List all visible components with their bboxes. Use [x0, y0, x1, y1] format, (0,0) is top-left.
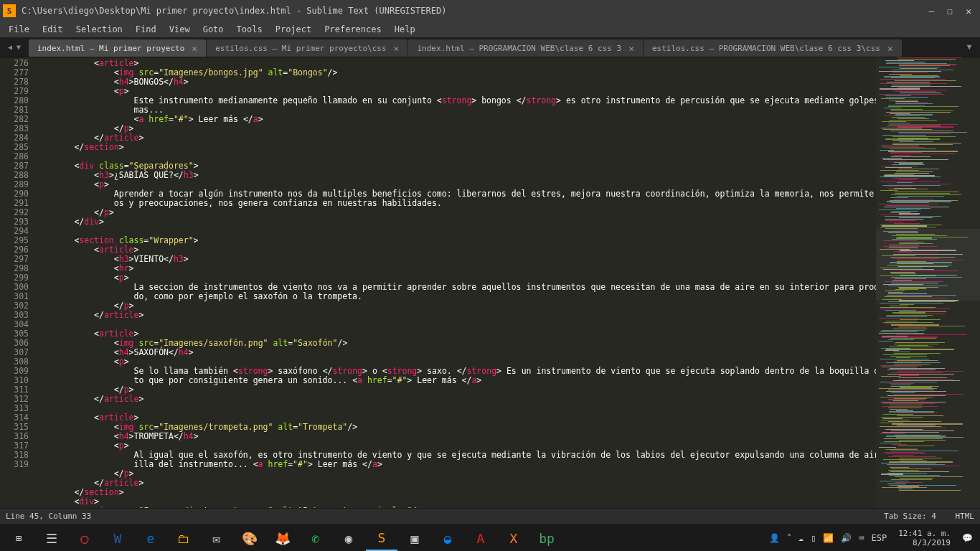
code-line — [34, 320, 876, 329]
task-view-icon[interactable]: ☰ — [36, 525, 67, 551]
menu-item-view[interactable]: View — [164, 23, 196, 36]
adobe-reader-icon[interactable]: A — [465, 525, 496, 551]
taskbar-clock[interactable]: 12:41 a. m. 8/3/2019 — [894, 529, 955, 547]
code-line: </article> — [34, 311, 876, 320]
code-line: </article> — [34, 395, 876, 404]
word-icon[interactable]: W — [102, 525, 133, 551]
onedrive-icon[interactable]: ☁ — [798, 533, 804, 543]
language-indicator[interactable]: ESP — [871, 533, 887, 543]
tab-label: estilos.css — PROGRAMACION WEB\clase 6 c… — [652, 44, 880, 53]
tray-expand-icon[interactable]: ˄ — [787, 533, 791, 543]
app-logo-icon: S — [3, 4, 16, 17]
code-line: </section> — [34, 143, 876, 152]
code-line: do, como por ejemplo el saxofón o la tro… — [34, 292, 876, 301]
battery-icon[interactable]: ▯ — [811, 533, 816, 543]
tab-close-icon[interactable]: × — [628, 43, 634, 54]
menu-item-file[interactable]: File — [3, 23, 35, 36]
window-titlebar: S C:\Users\diego\Desktop\Mi primer proye… — [0, 0, 980, 22]
code-line: </p> — [34, 208, 876, 217]
code-line: </section> — [34, 488, 876, 497]
whatsapp-icon[interactable]: ✆ — [300, 525, 331, 551]
tab-bar: ◀ ▼ index.html — Mi primer proyecto×esti… — [0, 37, 980, 57]
code-line: </p> — [34, 301, 876, 311]
sublime-text-icon[interactable]: S — [366, 525, 397, 551]
opera-icon[interactable]: ◯ — [69, 525, 100, 551]
code-line: <h4>TROMPETA</h4> — [34, 432, 876, 441]
maximize-button[interactable]: ☐ — [947, 6, 953, 17]
tab-close-icon[interactable]: × — [192, 43, 197, 54]
system-tray[interactable]: 👤 ˄ ☁ ▯ 📶 🔊 ⌨ ESP 12:41 a. m. 8/3/2019 💬 — [769, 529, 977, 547]
minimap[interactable] — [876, 57, 980, 508]
file-tab[interactable]: estilos.css — Mi primer proyecto\css× — [207, 39, 407, 57]
code-line — [34, 404, 876, 413]
file-tab[interactable]: index.html — Mi primer proyecto× — [29, 39, 206, 57]
volume-icon[interactable]: 🔊 — [841, 533, 852, 543]
code-line: <h4>BONGOS</h4> — [34, 77, 876, 87]
app-icon-2[interactable]: bp — [531, 525, 562, 551]
menu-item-help[interactable]: Help — [389, 23, 421, 36]
code-line: </article> — [34, 133, 876, 143]
menu-item-preferences[interactable]: Preferences — [319, 23, 387, 36]
code-line: <h3>VIENTO</h3> — [34, 255, 876, 264]
messenger-icon[interactable]: ◒ — [432, 525, 463, 551]
tab-close-icon[interactable]: × — [887, 43, 893, 54]
tab-history-dropdown[interactable]: ◀ ▼ — [0, 37, 29, 57]
people-icon[interactable]: 👤 — [769, 533, 780, 543]
file-tab[interactable]: estilos.css — PROGRAMACION WEB\clase 6 c… — [644, 39, 902, 57]
wifi-icon[interactable]: 📶 — [823, 533, 834, 543]
tab-overflow-menu[interactable]: ▼ — [958, 37, 980, 57]
code-line: <a href="#"> Leer más </a> — [34, 115, 876, 124]
mail-icon[interactable]: ✉ — [201, 525, 232, 551]
code-line: to que por consiguiente genera un sonido… — [34, 376, 876, 385]
firefox-icon[interactable]: 🦊 — [267, 525, 298, 551]
window-title: C:\Users\diego\Desktop\Mi primer proyect… — [22, 6, 923, 16]
tab-label: index.html — Mi primer proyecto — [37, 44, 184, 53]
menu-item-selection[interactable]: Selection — [70, 23, 128, 36]
code-line: <h4>SAXOFÓN</h4> — [34, 348, 876, 357]
code-line: </p> — [34, 124, 876, 133]
code-line: <h3>¿SABÍAS QUÉ?</h3> — [34, 171, 876, 180]
chrome-icon[interactable]: ◉ — [333, 525, 364, 551]
code-line: <img src="Imagenes/instrumentos.png" alt… — [34, 507, 876, 508]
menu-item-tools[interactable]: Tools — [231, 23, 268, 36]
tab-label: index.html — PROGRAMACION WEB\clase 6 cs… — [417, 44, 621, 53]
menu-item-find[interactable]: Find — [130, 23, 162, 36]
file-explorer-icon[interactable]: 🗀 — [168, 525, 199, 551]
tab-close-icon[interactable]: × — [394, 43, 400, 54]
status-syntax[interactable]: HTML — [956, 512, 975, 521]
minimize-button[interactable]: — — [929, 6, 935, 17]
line-number: 319 — [0, 460, 29, 469]
app-icon-1[interactable]: ▣ — [399, 525, 430, 551]
menu-bar: FileEditSelectionFindViewGotoToolsProjec… — [0, 22, 980, 37]
line-number-gutter: 2762772782792802812822832842852862872882… — [0, 57, 34, 508]
editor-area: 2762772782792802812822832842852862872882… — [0, 57, 980, 508]
start-button[interactable]: ⊞ — [3, 525, 34, 551]
status-bar: Line 45, Column 33 Tab Size: 4 HTML — [0, 508, 980, 524]
code-line: os y preocupaciones, nos genera confianz… — [34, 199, 876, 208]
menu-item-goto[interactable]: Goto — [197, 23, 230, 36]
file-tab[interactable]: index.html — PROGRAMACION WEB\clase 6 cs… — [408, 39, 643, 57]
menu-item-project[interactable]: Project — [270, 23, 318, 36]
code-line: </article> — [34, 479, 876, 488]
code-line: </p> — [34, 385, 876, 395]
xampp-icon[interactable]: X — [498, 525, 529, 551]
code-line: illa del instrumento... <a href="#"> Lee… — [34, 460, 876, 469]
notifications-icon[interactable]: 💬 — [962, 533, 973, 543]
close-button[interactable]: ✕ — [966, 6, 971, 17]
edge-icon[interactable]: e — [135, 525, 166, 551]
code-content[interactable]: <article> <img src="Imagenes/bongos.jpg"… — [34, 57, 876, 508]
status-cursor-position: Line 45, Column 33 — [6, 512, 870, 521]
code-line: </p> — [34, 469, 876, 479]
keyboard-icon[interactable]: ⌨ — [859, 533, 864, 543]
menu-item-edit[interactable]: Edit — [37, 23, 69, 36]
status-tab-size[interactable]: Tab Size: 4 — [884, 512, 936, 521]
windows-taskbar: ⊞ ☰ ◯ W e 🗀 ✉ 🎨 🦊 ✆ ◉ S ▣ ◒ A X bp 👤 ˄ ☁… — [0, 524, 980, 551]
code-line: <section class="Wrapper"> — [34, 236, 876, 245]
tab-label: estilos.css — Mi primer proyecto\css — [215, 44, 386, 53]
code-line: </div> — [34, 217, 876, 227]
paint-icon[interactable]: 🎨 — [234, 525, 265, 551]
code-line: <hr> — [34, 264, 876, 273]
